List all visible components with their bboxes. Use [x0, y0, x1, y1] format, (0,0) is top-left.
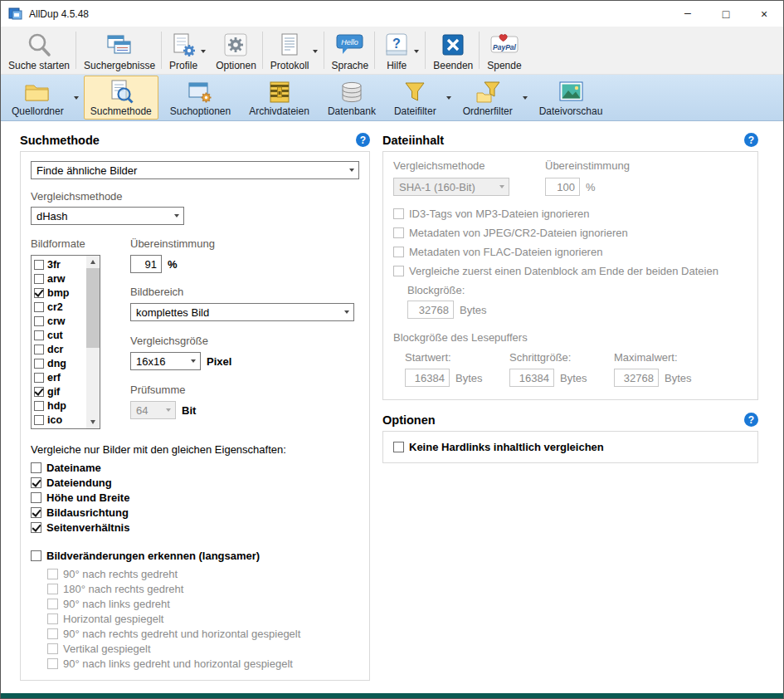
checkbox[interactable] [34, 302, 44, 312]
file-preview-button[interactable]: Dateivorschau [530, 76, 612, 119]
checkbox[interactable] [31, 477, 41, 488]
scroll-down-icon[interactable] [86, 416, 100, 428]
scrollbar-thumb[interactable] [86, 268, 100, 348]
language-button[interactable]: Hello Sprache [326, 27, 373, 73]
checkbox[interactable] [34, 415, 44, 425]
checkbox[interactable] [31, 507, 41, 518]
scroll-up-icon[interactable] [86, 256, 100, 268]
donate-button[interactable]: PayPal Spende [481, 27, 525, 73]
minimize-button[interactable]: – [669, 1, 707, 27]
modification-checkbox-row: 180° nach rechts gedreht [47, 583, 359, 595]
format-item[interactable]: cut [32, 328, 86, 342]
search-icon [25, 31, 53, 59]
options-group: Optionen ? Keine Hardlinks inhaltlich ve… [382, 413, 758, 463]
close-button[interactable]: × [745, 1, 783, 27]
image-formats-listbox[interactable]: 3fr arw bmp cr2 crw cut dcr dng erf gif [31, 255, 100, 429]
checkbox[interactable] [31, 522, 41, 533]
format-item[interactable]: 3fr [32, 257, 86, 271]
property-checkbox-row[interactable]: Bildausrichtung [31, 506, 359, 519]
secondary-toolbar: Quellordner Suchmethode Suchoptionen [1, 75, 783, 121]
help-icon[interactable]: ? [744, 413, 758, 427]
modifications-checkbox-row[interactable]: Bildveränderungen erkennen (langsamer) [31, 550, 359, 562]
file-filter-button[interactable]: Dateifilter [385, 76, 454, 119]
archive-files-button[interactable]: Archivdateien [240, 76, 319, 119]
help-icon[interactable]: ? [356, 133, 370, 147]
toolbar-label: Hilfe [387, 60, 407, 71]
help-button[interactable]: ? Hilfe [377, 27, 423, 73]
search-results-icon [105, 31, 134, 59]
checkbox[interactable] [34, 274, 44, 284]
property-checkbox-row[interactable]: Seitenverhältnis [31, 521, 359, 534]
format-item[interactable]: dng [32, 356, 86, 370]
checkbox[interactable] [34, 387, 44, 397]
image-area-select[interactable]: komplettes Bild [130, 303, 354, 321]
chevron-down-icon [161, 402, 175, 418]
listbox-scrollbar[interactable] [86, 256, 100, 428]
format-item[interactable]: ico [32, 413, 86, 427]
format-item[interactable]: arw [32, 271, 86, 286]
checkbox [47, 643, 58, 654]
chevron-down-icon [339, 304, 353, 320]
ribbon-label: Suchmethode [90, 105, 152, 117]
checkbox[interactable] [34, 373, 44, 383]
checkbox[interactable] [393, 442, 404, 452]
format-item[interactable]: erf [32, 370, 86, 384]
search-results-button[interactable]: Suchergebnisse [78, 27, 159, 73]
toolbar-label: Optionen [216, 60, 256, 71]
block-size-label: Blockgröße: [407, 284, 747, 296]
start-search-button[interactable]: Suche starten [2, 27, 74, 73]
checkbox[interactable] [34, 260, 44, 270]
toolbar-label: Suche starten [8, 60, 70, 71]
ribbon-label: Dateivorschau [539, 105, 603, 117]
help-icon[interactable]: ? [744, 133, 758, 147]
search-method-button[interactable]: Suchmethode [81, 76, 161, 119]
format-item[interactable]: bmp [32, 286, 86, 300]
checkbox[interactable] [31, 462, 41, 473]
maximize-button[interactable]: □ [707, 1, 745, 27]
compare-method-select[interactable]: dHash [31, 207, 184, 225]
property-checkbox-row[interactable]: Dateiendung [31, 477, 359, 489]
checkbox[interactable] [34, 359, 44, 369]
group-title-search-method: Suchmethode [20, 134, 100, 147]
checkbox[interactable] [31, 550, 41, 561]
checkbox[interactable] [34, 401, 44, 411]
checkbox[interactable] [34, 316, 44, 326]
protocol-button[interactable]: Protokoll [265, 27, 322, 73]
format-item[interactable]: dcr [32, 342, 86, 356]
exit-button[interactable]: Beenden [427, 27, 477, 73]
ribbon-label: Ordnerfilter [463, 105, 513, 117]
format-item[interactable]: gif [32, 384, 86, 398]
options-button[interactable]: Optionen [210, 27, 261, 73]
search-method-select[interactable]: Finde ähnliche Bilder [31, 161, 359, 179]
checkbox [393, 266, 404, 276]
titlebar: AllDup 4.5.48 – □ × [1, 1, 783, 27]
buffer-step-label: Schrittgröße: [509, 351, 614, 364]
property-checkbox-row[interactable]: Dateiname [31, 462, 359, 474]
compare-size-select[interactable]: 16x16 [130, 352, 201, 370]
options-gear-icon [222, 31, 250, 59]
checkbox [393, 227, 404, 238]
match-input[interactable]: 91 [130, 255, 162, 273]
format-item[interactable]: cr2 [32, 300, 86, 314]
checkbox[interactable] [34, 330, 44, 340]
language-bubble-icon: Hello [335, 31, 365, 59]
format-item[interactable]: crw [32, 314, 86, 328]
format-item[interactable]: hdp [32, 398, 86, 413]
ribbon-label: Quellordner [12, 105, 64, 117]
source-folder-button[interactable]: Quellordner [2, 76, 81, 119]
match-label: Übereinstimmung [130, 237, 359, 250]
checkbox[interactable] [31, 492, 41, 503]
block-size-input: 32768 [407, 301, 454, 319]
profiles-button[interactable]: Profile [163, 27, 210, 73]
svg-text:?: ? [392, 37, 401, 51]
database-button[interactable]: Datenbank [319, 76, 385, 119]
checkbox [393, 208, 404, 219]
checkbox[interactable] [34, 288, 44, 298]
fc-option-row: Metadaten von JPEG/CR2-Dateien ignoriere… [393, 227, 747, 239]
hardlinks-checkbox-row[interactable]: Keine Hardlinks inhaltlich vergleichen [393, 441, 747, 453]
buffer-step-input: 16384 [509, 369, 554, 387]
checkbox[interactable] [34, 345, 44, 354]
search-options-button[interactable]: Suchoptionen [161, 76, 240, 119]
folder-filter-button[interactable]: Ordnerfilter [454, 76, 530, 119]
property-checkbox-row[interactable]: Höhe und Breite [31, 491, 359, 504]
